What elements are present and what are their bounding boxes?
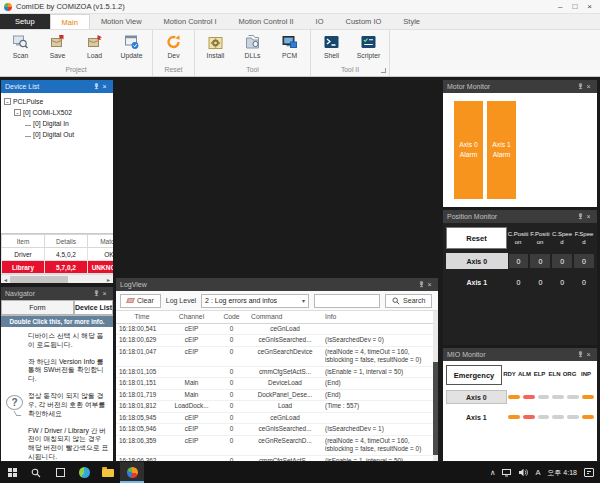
- tree-expander-icon[interactable]: [25, 133, 31, 137]
- close-icon[interactable]: ×: [584, 351, 593, 358]
- log-row[interactable]: 16:18:06,359 cEIP 0 ceGnReSearchD... (re…: [116, 435, 433, 455]
- device-list-titlebar[interactable]: Device List ×: [1, 80, 113, 93]
- tree-item[interactable]: PCLPulse: [1, 96, 113, 107]
- scroll-right-icon[interactable]: ▸: [104, 276, 113, 283]
- ribbon-button[interactable]: Update: [113, 31, 150, 65]
- log-row[interactable]: 16:18:01,151 Main 0 DeviceLoad (End): [116, 378, 433, 390]
- log-row[interactable]: 16:18:00,629 cEIP 0 ceGnIsSearched... (I…: [116, 335, 433, 347]
- log-column-header[interactable]: Command: [248, 311, 322, 323]
- tree-expander-icon[interactable]: [4, 98, 11, 105]
- pin-icon[interactable]: [93, 290, 100, 298]
- log-row[interactable]: 16:18:06,362 0 cmmCfgSetActS... (isEnabl…: [116, 455, 433, 461]
- log-row[interactable]: 16:18:01,105 0 cmmCfgSetActS... (isEnabl…: [116, 366, 433, 378]
- position-monitor-titlebar[interactable]: Position Monitor ×: [443, 210, 597, 223]
- taskbar-clock[interactable]: 오후 4:18: [547, 468, 577, 478]
- start-button[interactable]: [0, 462, 24, 483]
- position-row[interactable]: Axis 0 0 0 0 0: [446, 253, 595, 269]
- close-icon[interactable]: ×: [425, 281, 434, 288]
- close-button[interactable]: ×: [587, 2, 592, 12]
- mio-row[interactable]: Axis 0: [446, 390, 595, 404]
- tree-expander-icon[interactable]: [25, 122, 31, 126]
- tree-item[interactable]: [0] Digital Out: [1, 129, 113, 140]
- ribbon-tab[interactable]: Custom IO: [335, 14, 393, 29]
- log-row[interactable]: 16:18:00,541 cEIP 0 ceGnLoad: [116, 323, 433, 335]
- edge-button[interactable]: [72, 462, 96, 483]
- version-table-row[interactable]: Library 5,7,0,2 UNKNOWN: [2, 261, 114, 274]
- version-table-row[interactable]: Driver 4,5,0,2 OK: [2, 248, 114, 261]
- vertical-scrollbar[interactable]: [433, 311, 438, 461]
- ribbon-tab[interactable]: Motion Control I: [153, 14, 228, 29]
- ribbon-button[interactable]: Load: [76, 31, 113, 65]
- notification-center-icon[interactable]: [584, 468, 594, 477]
- log-command: DockPanel_Dese...: [248, 389, 322, 401]
- axis-alarm-bar[interactable]: Axis 0 Alarm: [454, 101, 483, 199]
- log-row[interactable]: 16:18:05,945 cEIP 0 ceGnLoad: [116, 412, 433, 424]
- pin-icon[interactable]: [577, 351, 584, 359]
- ribbon-tab[interactable]: Style: [392, 14, 431, 29]
- close-icon[interactable]: ×: [100, 290, 109, 297]
- log-row[interactable]: 16:18:01,047 cEIP 0 ceGnSearchDevice (re…: [116, 346, 433, 366]
- log-column-header[interactable]: Time: [116, 311, 168, 323]
- motor-monitor-titlebar[interactable]: Motor Monitor ×: [443, 80, 597, 93]
- search-button[interactable]: Search: [385, 294, 432, 308]
- ribbon-button[interactable]: Install: [197, 31, 234, 65]
- reset-button[interactable]: Reset: [446, 227, 507, 249]
- ribbon-tab[interactable]: Motion View: [90, 14, 153, 29]
- ribbon-tab[interactable]: IO: [305, 14, 335, 29]
- log-column-header[interactable]: Channel: [168, 311, 215, 323]
- axis-alarm-bar[interactable]: Axis 1 Alarm: [487, 101, 516, 199]
- dialog-launcher-icon[interactable]: [381, 68, 386, 73]
- scrollbar-thumb[interactable]: [433, 362, 438, 455]
- tree-item[interactable]: [0] Digital In: [1, 118, 113, 129]
- ribbon-button[interactable]: Shell: [313, 31, 350, 65]
- log-row[interactable]: 16:18:01,719 Main 0 DockPanel_Dese... (E…: [116, 389, 433, 401]
- ribbon-tab[interactable]: Main: [50, 14, 90, 29]
- log-row[interactable]: 16:18:01,812 LoadDock... 0 Load (Time : …: [116, 401, 433, 413]
- maximize-button[interactable]: □: [572, 2, 577, 12]
- close-icon[interactable]: ×: [584, 213, 593, 220]
- close-icon[interactable]: ×: [584, 83, 593, 90]
- task-view-button[interactable]: [48, 462, 72, 483]
- ribbon-tab[interactable]: Motion Control II: [228, 14, 305, 29]
- comide-taskbar-button[interactable]: [120, 462, 144, 483]
- search-input[interactable]: [314, 294, 380, 308]
- scroll-left-icon[interactable]: ◂: [1, 276, 10, 283]
- clear-button[interactable]: Clear: [120, 294, 161, 308]
- ribbon-button[interactable]: PCM: [271, 31, 308, 65]
- show-hidden-icons-button[interactable]: ∧: [490, 468, 496, 477]
- navigator-tab[interactable]: Form: [1, 300, 74, 315]
- ribbon-button[interactable]: Scripter: [350, 31, 387, 65]
- tree-item[interactable]: [0] COMI-LX502: [1, 107, 113, 118]
- navigator-tab[interactable]: Device List: [74, 300, 113, 315]
- file-explorer-button[interactable]: [96, 462, 120, 483]
- scrollbar-thumb[interactable]: [10, 276, 68, 283]
- navigator-banner[interactable]: Double Click this, for more info.: [1, 316, 113, 327]
- log-column-header[interactable]: Code: [215, 311, 248, 323]
- network-icon[interactable]: [502, 469, 511, 477]
- horizontal-scrollbar[interactable]: ◂ ▸: [1, 274, 113, 283]
- emergency-button[interactable]: Emergency: [446, 365, 502, 385]
- pin-icon[interactable]: [418, 281, 425, 289]
- ime-indicator[interactable]: A: [535, 468, 540, 477]
- ribbon-button[interactable]: Dev: [155, 31, 192, 65]
- log-row[interactable]: 16:18:05,946 cEIP 0 ceGnIsSearched... (I…: [116, 424, 433, 436]
- pin-icon[interactable]: [577, 83, 584, 91]
- mio-row[interactable]: Axis 1: [446, 410, 595, 424]
- tree-expander-icon[interactable]: [14, 109, 21, 116]
- minimize-button[interactable]: –: [558, 2, 562, 12]
- ribbon-button[interactable]: Scan: [2, 31, 39, 65]
- volume-icon[interactable]: [518, 468, 528, 477]
- ribbon-button[interactable]: Save: [39, 31, 76, 65]
- pin-icon[interactable]: [577, 213, 584, 221]
- mio-monitor-titlebar[interactable]: MIO Monitor ×: [443, 348, 597, 361]
- pin-icon[interactable]: [93, 83, 100, 91]
- logview-titlebar[interactable]: LogView ×: [116, 278, 438, 291]
- ribbon-button[interactable]: DLLs: [234, 31, 271, 65]
- position-row[interactable]: Axis 1 0 0 0 0: [446, 274, 595, 290]
- log-column-header[interactable]: Info: [322, 311, 433, 323]
- log-level-dropdown[interactable]: 2 : Log errors and infos ▾: [201, 294, 309, 308]
- ribbon-tab[interactable]: Setup: [0, 14, 50, 29]
- close-icon[interactable]: ×: [100, 83, 109, 90]
- navigator-titlebar[interactable]: Navigator ×: [1, 287, 113, 300]
- taskbar-search-button[interactable]: [24, 462, 48, 483]
